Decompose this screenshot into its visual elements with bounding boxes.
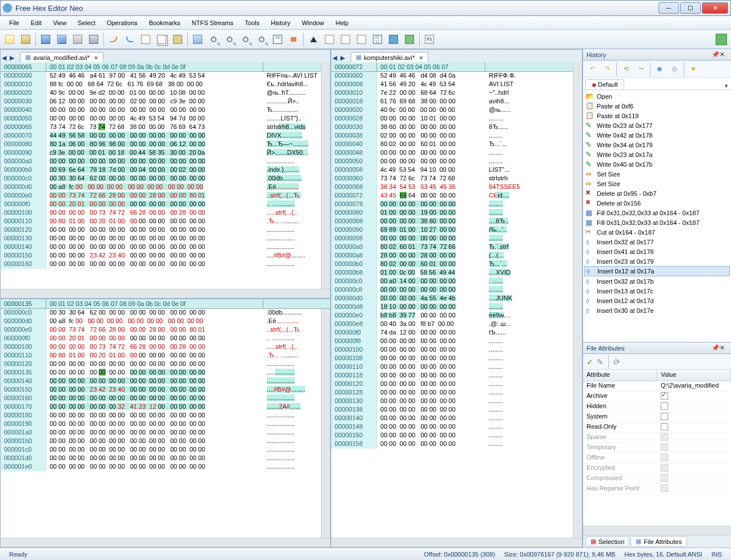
tab-close-icon[interactable]: × [94, 54, 98, 61]
history-item[interactable]: Delete at 0x156 [584, 198, 730, 208]
fileattr-value[interactable] [657, 412, 731, 422]
hex-row[interactable]: 0000012000 00 00 00 00 00 00 00........ [331, 380, 573, 389]
menu-view[interactable]: View [47, 18, 73, 28]
hex-row[interactable]: 0000010000 00 00 00 00 73 74 72 66 28 00… [1, 209, 321, 217]
hex-row[interactable]: 0000001861 76 69 68 38 00 00 00avih8... [331, 98, 573, 106]
hex-row[interactable]: 000000e000 00 73 74 72 66 28 00 00 00 28… [1, 326, 321, 335]
hex-row[interactable]: 000000a080 02 60 01 73 74 72 66Ђ.`.strf [331, 243, 573, 252]
hex-row[interactable]: 0000014000 00 00 00 00 00 00 00........ [331, 414, 573, 423]
tab-selection[interactable]: ▦Selection [585, 536, 629, 547]
hex-row[interactable]: 0000007044 49 56 58 00 00 00 00 00 00 00… [1, 132, 321, 140]
hex-row[interactable]: 0000013000 00 00 00 00 00 00 00........ [331, 397, 573, 406]
checkbox[interactable] [661, 413, 668, 420]
hist-branch-button[interactable]: ⤳ [634, 62, 648, 76]
bits-button[interactable]: 0111 [370, 32, 385, 47]
history-item[interactable]: Open [584, 91, 730, 101]
hex-row[interactable]: 0000002040 9c 00 00 9e d2 00 00 01 00 00… [1, 89, 321, 98]
menu-bookmarks[interactable]: Bookmarks [143, 18, 186, 28]
hex-row[interactable]: 0000014000 00 00 00 00 00 00 00 00 00 00… [1, 243, 321, 252]
tab-avaria[interactable]: ▦ avaria_modified.avi* × [20, 52, 103, 62]
history-item[interactable]: Insert 0x30 at 0x17e [584, 305, 730, 315]
save-all-button[interactable] [70, 32, 85, 47]
tool2-button[interactable] [322, 32, 337, 47]
next-tab-button[interactable]: ▶ [10, 54, 18, 62]
scrollbar-vertical[interactable] [321, 62, 330, 289]
menu-file[interactable]: File [3, 18, 25, 28]
redo-button[interactable] [122, 32, 137, 47]
highlight2-button[interactable] [402, 32, 417, 47]
hex-row[interactable]: 000000c000 a0 14 00 00 00 00 00. ...... [331, 277, 573, 286]
pin-icon[interactable]: 📌 [712, 51, 720, 58]
fileattr-value[interactable] [657, 474, 731, 484]
fileattr-value[interactable] [657, 392, 731, 401]
hex-row[interactable]: 000000d000 a8 fc 00 00 00 00 00 00 00 00… [1, 183, 321, 192]
history-item[interactable]: Write 0x23 at 0x177 [584, 120, 730, 130]
hex-row[interactable]: 000000a828 00 00 00 28 00 00 00(...(... [331, 252, 573, 260]
hex-row[interactable]: 000000584c 49 53 54 94 10 00 00LIST”... [331, 166, 573, 175]
fileattr-value[interactable] [657, 433, 731, 442]
new-button[interactable] [2, 32, 17, 47]
hex-row[interactable]: 0000014000 00 00 00 00 00 00 00 00 00 00… [1, 377, 321, 386]
fileattr-row[interactable]: Encrypted [583, 464, 731, 474]
hex-row[interactable]: 0000010000 00 00 00 00 73 74 72 66 28 00… [1, 343, 321, 352]
scrollbar-vertical[interactable] [573, 62, 582, 538]
history-item[interactable]: Insert 0x32 at 0x177 [584, 237, 730, 247]
menu-select[interactable]: Select [72, 18, 101, 28]
hex-row[interactable]: 000001d000 00 00 00 00 00 00 00 00 00 00… [1, 454, 321, 463]
checkbox[interactable] [661, 402, 668, 410]
options-button[interactable] [190, 32, 205, 47]
print-button[interactable] [86, 32, 101, 47]
tool1-button[interactable] [306, 32, 321, 47]
hex-row[interactable]: 0000013000 00 00 00 00 00 00 00 00 00 00… [1, 235, 321, 243]
prev-tab-button[interactable]: ◀ [332, 54, 340, 62]
hex-row[interactable]: 0000007243 45 69 64 00 00 00 00CEid.... [331, 192, 573, 200]
history-item[interactable]: Fill 0x31,0x32,0x33 at 0x164 - 0x187 [584, 208, 730, 217]
hex-row[interactable]: 000000c000 30 30 64 62 00 00 00 00 00 00… [1, 175, 321, 183]
thumbnail-button[interactable] [714, 32, 729, 47]
hex-row[interactable]: 0000015000 00 00 00 23 42 23 40 00 00 00… [1, 386, 321, 394]
hex-row[interactable]: 0000004800 00 00 00 00 00 00 00........ [331, 149, 573, 158]
hex-row[interactable]: 0000002800 00 00 00 10 01 00 00........ [331, 115, 573, 123]
close-panel-icon[interactable]: ✕ [720, 344, 728, 352]
hex-row[interactable]: 000000f074 da 12 00 00 00 00 00tЪ...... [331, 329, 573, 337]
hex-row[interactable]: 0000012800 00 00 00 00 00 00 00........ [331, 389, 573, 397]
history-tab-dropdown[interactable]: ▾ [722, 82, 731, 90]
history-item[interactable]: Insert 0x32 at 0x17b [584, 276, 730, 286]
check-icon[interactable]: ✓ [587, 357, 593, 366]
hist-tree-button[interactable]: ◉ [653, 62, 666, 76]
menu-help[interactable]: Help [330, 18, 355, 28]
hex-row[interactable]: 000000d000 a8 fc 00 00 00 00 00 00 00 00… [1, 317, 321, 326]
find-button[interactable] [206, 32, 221, 47]
hex-row[interactable]: 0000011000 80 01 00 00 20 01 00 00 00 00… [1, 352, 321, 360]
hex-row[interactable]: 000000f800 00 00 00 00 00 00 00........ [331, 337, 573, 346]
fileattr-row[interactable]: Read-Only [583, 422, 731, 433]
fileattr-row[interactable]: Compressed [583, 474, 731, 484]
menu-edit[interactable]: Edit [25, 18, 47, 28]
hex-row[interactable]: 000001a000 00 00 00 00 00 00 00 00 00 00… [1, 429, 321, 437]
hex-row[interactable]: 0000006073 74 72 6c 73 74 72 68strlstrh [331, 175, 573, 183]
hex-row[interactable]: 0000008001 00 00 00 19 00 00 00........ [331, 209, 573, 217]
open-button[interactable] [18, 32, 33, 47]
hist-list-button[interactable]: ◎ [668, 62, 681, 76]
hex-row[interactable]: 000000c800 00 00 00 00 00 00 00........ [331, 286, 573, 295]
hex-row[interactable]: 0000019000 00 00 00 00 00 00 00 00 00 00… [1, 420, 321, 429]
hex-row[interactable]: 0000011000 80 01 00 00 20 01 00 00 00 00… [1, 217, 321, 226]
hex-row[interactable]: 0000010000 00 00 00 00 00 00 00........ [331, 346, 573, 354]
hex-row[interactable]: 0000003006 12 00 00 00 00 00 00 02 00 00… [1, 98, 321, 106]
hex-row[interactable]: 000001e000 00 00 00 00 00 00 00 00 00 00… [1, 463, 321, 472]
fileattr-value[interactable] [657, 484, 731, 494]
hex-row[interactable]: 0000003038 80 00 00 00 00 00 008Ђ...... [331, 123, 573, 132]
hex-row[interactable]: 0000011000 00 00 00 00 00 00 00........ [331, 363, 573, 372]
hex-row[interactable]: 0000015000 00 00 00 00 00 00 00........ [331, 432, 573, 440]
hex-row[interactable]: 000000e0b8 b8 39 77 00 00 00 00ёё9w.... [331, 312, 573, 320]
history-item[interactable]: Delete at 0x95 - 0xb7 [584, 188, 730, 198]
hex-row[interactable]: 0000013800 00 00 00 00 00 00 00........ [331, 406, 573, 414]
hex-row[interactable]: 000000f000 00 20 01 00 00 00 00 00 00 00… [1, 200, 321, 209]
maximize-button[interactable]: ☐ [680, 2, 701, 14]
hist-save-button[interactable]: ★ [686, 62, 700, 76]
find-next-button[interactable] [222, 32, 237, 47]
fileattr-value[interactable] [657, 453, 731, 463]
hex-row[interactable]: 0000015800 00 00 00 00 00 00 00........ [331, 440, 573, 449]
hex-row[interactable]: 0000011800 00 00 00 00 00 00 00........ [331, 372, 573, 380]
history-item[interactable]: Insert 0x13 at 0x17c [584, 286, 730, 296]
